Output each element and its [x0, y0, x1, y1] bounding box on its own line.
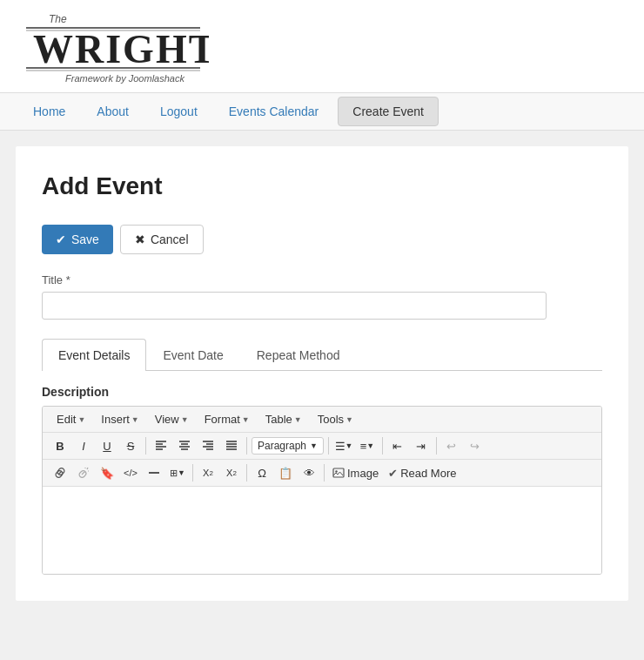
align-justify-button[interactable]	[221, 435, 242, 456]
list-dropdown-caret: ▼	[345, 441, 353, 450]
preview-button[interactable]: 👁	[299, 462, 319, 483]
toolbar-separator-8	[324, 464, 325, 482]
special-char-button[interactable]: Ω	[252, 462, 272, 483]
ordered-list-button[interactable]: ≡ ▼	[357, 435, 378, 456]
editor-menu-view[interactable]: View ▼	[148, 410, 196, 428]
nav-bar: Home About Logout Events Calendar Create…	[0, 93, 644, 131]
tab-event-details[interactable]: Event Details	[42, 339, 146, 371]
toolbar-separator-7	[246, 464, 247, 482]
nav-home[interactable]: Home	[17, 94, 81, 129]
chevron-down-icon: ▼	[294, 415, 302, 424]
editor-menu-format[interactable]: Format ▼	[198, 410, 257, 428]
align-left-button[interactable]	[151, 435, 171, 456]
table-dropdown-caret: ▼	[178, 468, 185, 477]
editor-menu-bar: Edit ▼ Insert ▼ View ▼ Format ▼ Table ▼ …	[43, 407, 601, 433]
chevron-down-icon: ▼	[181, 415, 189, 424]
editor-menu-tools[interactable]: Tools ▼	[311, 410, 360, 428]
toolbar-separator-5	[436, 437, 437, 455]
tab-event-date[interactable]: Event Date	[146, 339, 239, 371]
toolbar-separator-1	[145, 437, 146, 455]
editor-format-toolbar: B I U S Paragraph ▼	[43, 433, 601, 460]
cancel-label: Cancel	[151, 232, 189, 246]
main-content: Add Event ✔ Save ✖ Cancel Title * Event …	[16, 146, 628, 601]
svg-text:Framework by Joomlashack: Framework by Joomlashack	[65, 73, 184, 84]
editor-content-area[interactable]	[43, 487, 601, 574]
align-center-button[interactable]	[174, 435, 195, 456]
chevron-down-icon: ▼	[242, 415, 250, 424]
header: The WRIGHT Framework by Joomlashack	[0, 0, 644, 93]
cancel-button[interactable]: ✖ Cancel	[120, 225, 204, 254]
editor-menu-edit[interactable]: Edit ▼	[50, 410, 92, 428]
bold-button[interactable]: B	[50, 435, 70, 456]
insert-table-button[interactable]: ⊞ ▼	[167, 462, 188, 483]
check-sm-icon: ✔	[388, 467, 398, 480]
unordered-list-button[interactable]: ☰ ▼	[333, 435, 354, 456]
nav-events-calendar[interactable]: Events Calendar	[213, 94, 335, 129]
logo: The WRIGHT Framework by Joomlashack	[17, 9, 209, 85]
anchor-button[interactable]: 🔖	[97, 462, 117, 483]
tabs-row: Event Details Event Date Repeat Method	[42, 339, 602, 371]
nav-about[interactable]: About	[81, 94, 144, 129]
check-icon: ✔	[56, 232, 66, 246]
paste-button[interactable]: 📋	[275, 462, 296, 483]
title-field-label: Title *	[42, 273, 602, 286]
svg-text:WRIGHT: WRIGHT	[33, 27, 209, 71]
italic-button[interactable]: I	[73, 435, 94, 456]
subscript-button[interactable]: X2	[198, 462, 218, 483]
outdent-button[interactable]: ⇤	[387, 435, 408, 456]
read-more-button[interactable]: ✔ Read More	[385, 462, 460, 483]
svg-line-23	[87, 468, 88, 469]
image-label: Image	[347, 467, 379, 480]
read-more-label: Read More	[400, 467, 456, 480]
chevron-down-icon: ▼	[345, 415, 353, 424]
toolbar-separator-6	[192, 464, 193, 482]
indent-button[interactable]: ⇥	[411, 435, 432, 456]
editor-row2-toolbar: 🔖 </> ⊞ ▼ X2 X2 Ω 📋 👁	[43, 460, 601, 487]
save-label: Save	[71, 232, 99, 246]
description-label: Description	[42, 385, 602, 399]
toolbar-separator-3	[328, 437, 329, 455]
redo-button[interactable]: ↪	[465, 435, 486, 456]
chevron-down-icon: ▼	[77, 415, 85, 424]
svg-rect-27	[333, 468, 344, 477]
paragraph-caret: ▼	[310, 441, 318, 450]
toolbar-separator-2	[246, 437, 247, 455]
strikethrough-button[interactable]: S	[120, 435, 141, 456]
tab-repeat-method[interactable]: Repeat Method	[240, 339, 357, 371]
align-right-button[interactable]	[198, 435, 218, 456]
link-button[interactable]	[50, 462, 70, 483]
undo-button[interactable]: ↩	[441, 435, 462, 456]
ol-dropdown-caret: ▼	[366, 441, 374, 450]
paragraph-dropdown[interactable]: Paragraph ▼	[252, 437, 324, 455]
superscript-button[interactable]: X2	[221, 462, 242, 483]
editor-menu-insert[interactable]: Insert ▼	[94, 410, 145, 428]
svg-text:The: The	[49, 13, 67, 25]
hr-button[interactable]	[144, 462, 164, 483]
times-icon: ✖	[135, 232, 145, 246]
editor-menu-table[interactable]: Table ▼	[258, 410, 309, 428]
title-input[interactable]	[42, 292, 547, 320]
action-buttons: ✔ Save ✖ Cancel	[42, 225, 602, 254]
svg-point-28	[335, 470, 337, 472]
logo-svg: The WRIGHT Framework by Joomlashack	[17, 9, 209, 85]
toolbar-separator-4	[382, 437, 383, 455]
image-button[interactable]: Image	[329, 462, 382, 483]
editor-wrapper: Edit ▼ Insert ▼ View ▼ Format ▼ Table ▼ …	[42, 406, 602, 575]
title-field-group: Title *	[42, 273, 602, 320]
unlink-button[interactable]	[73, 462, 94, 483]
nav-logout[interactable]: Logout	[144, 94, 213, 129]
save-button[interactable]: ✔ Save	[42, 225, 113, 254]
page-title: Add Event	[42, 172, 602, 200]
chevron-down-icon: ▼	[131, 415, 139, 424]
underline-button[interactable]: U	[97, 435, 117, 456]
code-button[interactable]: </>	[120, 462, 141, 483]
nav-create-event[interactable]: Create Event	[338, 97, 439, 126]
